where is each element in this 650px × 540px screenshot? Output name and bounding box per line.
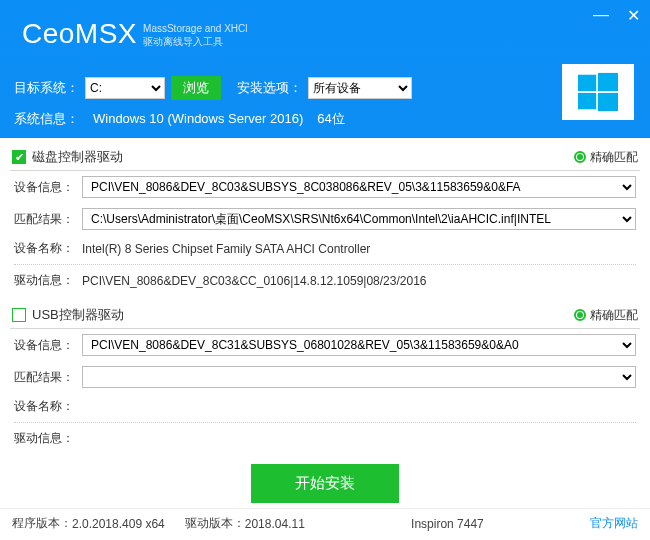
match-result-label: 匹配结果：: [14, 211, 82, 228]
disk-controller-section: 磁盘控制器驱动 精确匹配 设备信息： PCI\VEN_8086&DEV_8C03…: [10, 144, 640, 294]
minimize-button[interactable]: —: [593, 6, 609, 25]
app-version-value: 2.0.2018.409 x64: [72, 517, 165, 531]
usb-controller-checkbox[interactable]: [12, 308, 26, 322]
device-info-label: 设备信息：: [14, 337, 82, 354]
device-info-select[interactable]: PCI\VEN_8086&DEV_8C03&SUBSYS_8C038086&RE…: [82, 176, 636, 198]
browse-button[interactable]: 浏览: [171, 76, 221, 100]
target-system-label: 目标系统：: [14, 79, 79, 97]
match-result-select[interactable]: [82, 366, 636, 388]
match-result-label: 匹配结果：: [14, 369, 82, 386]
device-name-label: 设备名称：: [14, 398, 82, 415]
exact-match-radio[interactable]: 精确匹配: [574, 149, 638, 166]
driver-info-label: 驱动信息：: [14, 272, 82, 289]
official-site-link[interactable]: 官方网站: [590, 515, 638, 532]
match-result-select[interactable]: C:\Users\Administrator\桌面\CeoMSX\SRS\Nt6…: [82, 208, 636, 230]
device-name-label: 设备名称：: [14, 240, 82, 257]
driver-info-value: PCI\VEN_8086&DEV_8C03&CC_0106|14.8.12.10…: [82, 274, 636, 288]
driver-version-label: 驱动版本：: [185, 515, 245, 532]
machine-model: Inspiron 7447: [411, 517, 484, 531]
driver-version-value: 2018.04.11: [245, 517, 305, 531]
close-button[interactable]: ✕: [627, 6, 640, 25]
drive-select[interactable]: C:: [85, 77, 165, 99]
app-version-label: 程序版本：: [12, 515, 72, 532]
windows-logo: [562, 64, 634, 120]
status-bar: 程序版本： 2.0.2018.409 x64 驱动版本： 2018.04.11 …: [0, 508, 650, 540]
device-name-value: Intel(R) 8 Series Chipset Family SATA AH…: [82, 242, 636, 256]
app-tagline: MassStorage and XHCl 驱动离线导入工具: [143, 22, 248, 48]
svg-rect-2: [578, 93, 596, 109]
app-logo: CeoMSX: [22, 18, 137, 50]
svg-rect-1: [598, 73, 618, 91]
driver-info-label: 驱动信息：: [14, 430, 82, 447]
disk-controller-title: 磁盘控制器驱动: [32, 148, 123, 166]
usb-controller-title: USB控制器驱动: [32, 306, 124, 324]
device-info-label: 设备信息：: [14, 179, 82, 196]
start-install-button[interactable]: 开始安装: [251, 464, 399, 503]
system-info: 系统信息：Windows 10 (Windows Server 2016)64位: [0, 110, 650, 138]
titlebar: — ✕ CeoMSX MassStorage and XHCl 驱动离线导入工具: [0, 0, 650, 68]
install-option-select[interactable]: 所有设备: [308, 77, 412, 99]
options-bar: 目标系统： C: 浏览 安装选项： 所有设备: [0, 68, 650, 110]
svg-rect-0: [578, 75, 596, 91]
usb-controller-section: USB控制器驱动 精确匹配 设备信息： PCI\VEN_8086&DEV_8C3…: [10, 302, 640, 452]
exact-match-radio[interactable]: 精确匹配: [574, 307, 638, 324]
svg-rect-3: [598, 93, 618, 111]
radio-icon: [574, 151, 586, 163]
install-option-label: 安装选项：: [237, 79, 302, 97]
device-info-select[interactable]: PCI\VEN_8086&DEV_8C31&SUBSYS_06801028&RE…: [82, 334, 636, 356]
disk-controller-checkbox[interactable]: [12, 150, 26, 164]
radio-icon: [574, 309, 586, 321]
